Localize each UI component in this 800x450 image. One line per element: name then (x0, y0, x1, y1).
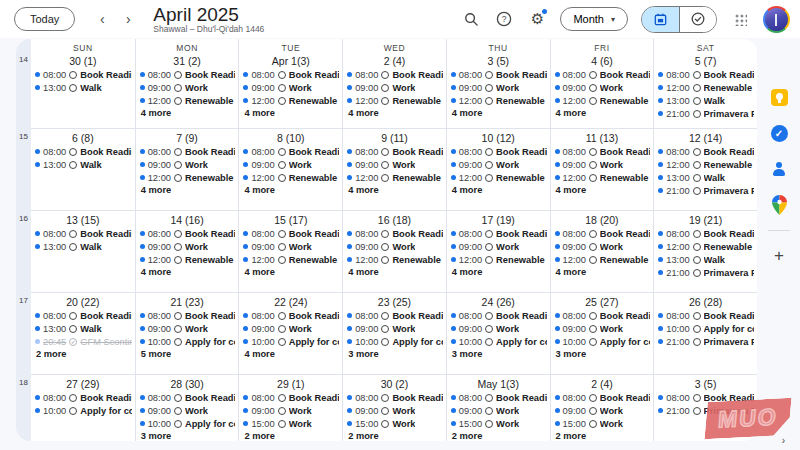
event[interactable]: 13:00Walk (35, 81, 132, 94)
date-label[interactable]: 8 (10) (239, 129, 342, 144)
event[interactable]: 08:00Book Reading (451, 145, 547, 158)
date-label[interactable]: 17 (19) (447, 211, 550, 226)
day-cell[interactable]: 24 (26)08:00Book Reading09:00Work10:00Ap… (446, 293, 550, 375)
more-events-link[interactable]: 4 more (447, 184, 550, 195)
more-events-link[interactable]: 5 more (136, 348, 239, 359)
date-label[interactable]: 24 (26) (447, 293, 550, 308)
date-label[interactable]: 3 (5) (447, 52, 550, 67)
event[interactable]: 09:00Work (243, 158, 339, 171)
event[interactable]: 15:00Work (347, 417, 443, 430)
date-label[interactable]: 10 (12) (447, 129, 550, 144)
more-events-link[interactable]: 2 more (551, 430, 654, 441)
day-cell[interactable]: 3 (5)08:00Book Reading09:00Work12:00Rene… (446, 52, 550, 129)
day-cell[interactable]: 22 (24)08:00Book Reading09:00Work10:00Ap… (238, 293, 342, 375)
day-cell[interactable]: 29 (1)08:00Book Reading09:00Work15:00Wor… (238, 375, 342, 441)
day-cell[interactable]: May 1(3)08:00Book Reading09:00Work15:00W… (446, 375, 550, 441)
day-cell[interactable]: 8 (10)08:00Book Reading09:00Work12:00Ren… (238, 129, 342, 211)
day-cell[interactable]: 23 (25)08:00Book Reading09:00Work10:00Ap… (342, 293, 446, 375)
date-label[interactable]: Apr 1(3) (239, 52, 342, 67)
event[interactable]: 21:00Primavera P6 (658, 107, 754, 120)
more-events-link[interactable]: 2 more (239, 430, 342, 441)
event[interactable]: 12:00Renewable Ene (451, 94, 547, 107)
event[interactable]: 08:00Book Reading (347, 309, 443, 322)
event[interactable]: 08:00Book Reading (451, 391, 547, 404)
day-cell[interactable]: 5 (7)08:00Book Reading12:00Renewable Ene… (653, 52, 757, 129)
event[interactable]: 08:00Book Reading (243, 68, 339, 81)
day-cell[interactable]: 16 (18)08:00Book Reading09:00Work12:00Re… (342, 211, 446, 293)
more-events-link[interactable]: 3 more (551, 348, 654, 359)
event[interactable]: 13:00Walk (658, 94, 754, 107)
day-cell[interactable]: 25 (27)08:00Book Reading09:00Work10:00Ap… (550, 293, 654, 375)
more-events-link[interactable]: 3 more (136, 430, 239, 441)
event[interactable]: 08:00Book Reading (243, 309, 339, 322)
event[interactable]: 08:00Book Reading (243, 391, 339, 404)
event[interactable]: 12:00Renewable Ene (658, 240, 754, 253)
day-cell[interactable]: 28 (30)08:00Book Reading09:00Work10:00Ap… (135, 375, 239, 441)
more-events-link[interactable]: 4 more (343, 107, 446, 118)
day-cell[interactable]: 30 (2)08:00Book Reading09:00Work15:00Wor… (342, 375, 446, 441)
date-label[interactable]: 13 (15) (31, 211, 135, 226)
contacts-icon[interactable] (768, 158, 790, 180)
day-cell[interactable]: 11 (13)08:00Book Reading09:00Work12:00Re… (550, 129, 654, 211)
date-label[interactable]: 15 (17) (239, 211, 342, 226)
event[interactable]: 09:00Work (555, 81, 651, 94)
date-label[interactable]: 3 (5) (654, 375, 757, 390)
more-events-link[interactable]: 4 more (447, 266, 550, 277)
event[interactable]: 08:00Book Reading (140, 68, 236, 81)
event[interactable]: 09:00Work (555, 240, 651, 253)
event[interactable]: 08:00Book Reading (35, 145, 132, 158)
date-label[interactable]: 14 (16) (136, 211, 239, 226)
event[interactable]: 10:00Apply for conv (555, 335, 651, 348)
event[interactable]: 15:00Work (243, 417, 339, 430)
day-cell[interactable]: 17 (19)08:00Book Reading09:00Work12:00Re… (446, 211, 550, 293)
event[interactable]: 10:00Apply for conv (451, 335, 547, 348)
event[interactable]: 12:00Renewable Ene (347, 171, 443, 184)
event[interactable]: 08:00Book Reading (140, 309, 236, 322)
day-cell[interactable]: 12 (14)08:00Book Reading12:00Renewable E… (653, 129, 757, 211)
event[interactable]: 08:00Book Reading (243, 227, 339, 240)
date-label[interactable]: 18 (20) (551, 211, 654, 226)
event[interactable]: 12:00Renewable Ene (555, 171, 651, 184)
date-label[interactable]: 31 (2) (136, 52, 239, 67)
date-label[interactable]: 6 (8) (31, 129, 135, 144)
date-label[interactable]: 29 (1) (239, 375, 342, 390)
settings-gear-icon[interactable]: ⚙ (527, 9, 547, 29)
event[interactable]: 08:00Book Reading (555, 145, 651, 158)
event[interactable]: 09:00Work (555, 158, 651, 171)
event[interactable]: 12:00Renewable Ene (140, 94, 236, 107)
event[interactable]: 09:00Work (347, 81, 443, 94)
event[interactable]: 08:00Book Reading (347, 68, 443, 81)
event[interactable]: 09:00Work (243, 240, 339, 253)
event[interactable]: 10:00Apply for conv (347, 335, 443, 348)
next-month-icon[interactable]: › (117, 8, 139, 30)
day-cell[interactable]: 27 (29)08:00Book Reading10:00Apply for c… (31, 375, 135, 441)
event[interactable]: 08:00Book Reading (140, 227, 236, 240)
event[interactable]: 09:00Work (451, 322, 547, 335)
event[interactable]: 13:00Walk (35, 158, 132, 171)
more-events-link[interactable]: 4 more (239, 348, 342, 359)
event[interactable]: 12:00Renewable Ene (140, 253, 236, 266)
event[interactable]: 09:00Work (140, 158, 236, 171)
event[interactable]: 12:00Renewable Ene (658, 158, 754, 171)
prev-month-icon[interactable]: ‹ (91, 8, 113, 30)
more-events-link[interactable]: 4 more (136, 184, 239, 195)
event[interactable]: 08:00Book Reading (658, 227, 754, 240)
event[interactable]: 12:00Renewable Ene (555, 253, 651, 266)
date-label[interactable]: 7 (9) (136, 129, 239, 144)
event[interactable]: 08:00Book Reading (35, 68, 132, 81)
event[interactable]: 08:00Book Reading (658, 68, 754, 81)
more-events-link[interactable]: 4 more (551, 107, 654, 118)
event[interactable]: 13:00Walk (35, 240, 132, 253)
event[interactable]: 12:00Renewable Ene (243, 94, 339, 107)
more-events-link[interactable]: 2 more (31, 348, 135, 359)
event[interactable]: 10:00Apply for conv (243, 335, 339, 348)
event[interactable]: 12:00Renewable Ene (140, 171, 236, 184)
event[interactable]: 09:00Work (243, 322, 339, 335)
event[interactable]: 10:00Apply for conv (658, 322, 754, 335)
more-events-link[interactable]: 4 more (239, 184, 342, 195)
event[interactable]: 08:00Book Reading (451, 309, 547, 322)
event[interactable]: 15:00Work (451, 417, 547, 430)
date-label[interactable]: 21 (23) (136, 293, 239, 308)
event[interactable]: 08:00Book Reading (35, 391, 132, 404)
more-events-link[interactable]: 2 more (343, 430, 446, 441)
